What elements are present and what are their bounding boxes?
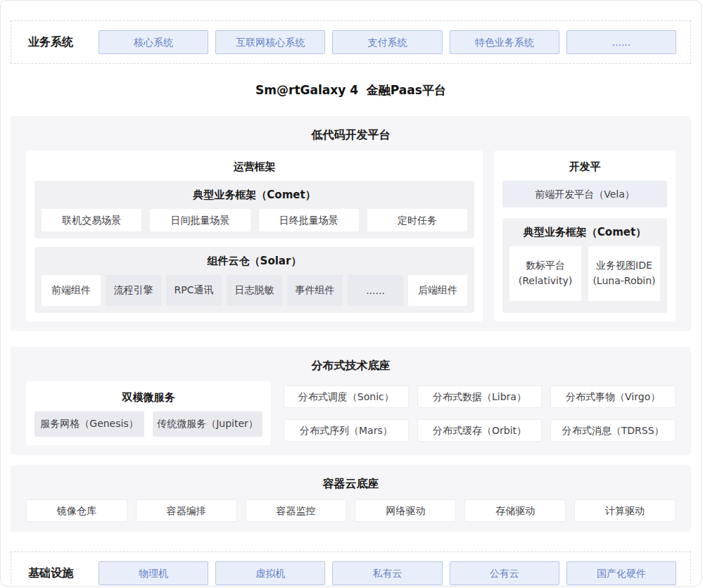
infrastructure-panel: 基础设施 物理机虚拟机私有云公有云国产化硬件 bbox=[11, 551, 691, 587]
distributed-service-item: 分布式缓存（Orbit） bbox=[417, 419, 543, 442]
business-systems-items: 核心系统互联网核心系统支付系统特色业务系统...... bbox=[99, 30, 676, 54]
comet-framework-box: 典型业务框架（Comet） 联机交易场景日间批量场景日终批量场景定时任务 bbox=[34, 181, 474, 238]
solar-items-row: 前端组件 流程引擎RPC通讯日志脱敏事件组件...... 后端组件 bbox=[42, 275, 467, 306]
dev-platform-card: 开发平 前端开发平台（Vela） 典型业务框架（Comet） 数标平台 (Rel… bbox=[494, 151, 676, 321]
container-cloud-items: 镜像仓库容器编排容器监控网络驱动存储驱动计算驱动 bbox=[26, 499, 676, 522]
platform-title: Sm@rtGalaxy 4 金融Paas平台 bbox=[11, 82, 691, 98]
distributed-section: 分布式技术底座 双模微服务 服务网格（Genesis）传统微服务（Jupiter… bbox=[11, 347, 691, 455]
dual-mode-microservices-card: 双模微服务 服务网格（Genesis）传统微服务（Jupiter） bbox=[26, 381, 271, 445]
distributed-service-item: 分布式调度（Sonic） bbox=[284, 385, 409, 408]
operation-framework-title: 运营框架 bbox=[34, 155, 474, 181]
solar-warehouse-title: 组件云仓（Solar） bbox=[42, 250, 467, 275]
business-system-button[interactable]: 特色业务系统 bbox=[450, 30, 559, 54]
vela-frontend-platform-item: 前端开发平台（Vela） bbox=[502, 181, 667, 207]
infrastructure-items: 物理机虚拟机私有云公有云国产化硬件 bbox=[99, 561, 676, 585]
business-systems-panel: 业务系统 核心系统互联网核心系统支付系统特色业务系统...... bbox=[11, 20, 691, 64]
architecture-diagram-page: 业务系统 核心系统互联网核心系统支付系统特色业务系统...... Sm@rtGa… bbox=[0, 0, 702, 587]
dev-tool-item: 数标平台 (Relativity) bbox=[509, 246, 581, 301]
infrastructure-button[interactable]: 私有云 bbox=[332, 561, 442, 585]
business-system-button[interactable]: ...... bbox=[566, 30, 676, 54]
distributed-services-grid: 分布式调度（Sonic）分布式数据（Libra）分布式事物（Virgo）分布式序… bbox=[284, 381, 676, 445]
container-capability-item: 容器编排 bbox=[136, 499, 237, 522]
container-capability-item: 镜像仓库 bbox=[26, 499, 127, 522]
business-systems-label: 业务系统 bbox=[28, 35, 99, 50]
comet-scenario-item: 定时任务 bbox=[367, 209, 467, 231]
infrastructure-button[interactable]: 公有云 bbox=[450, 561, 559, 585]
distributed-service-item: 分布式数据（Libra） bbox=[417, 385, 543, 408]
solar-component-chip: 流程引擎 bbox=[106, 275, 161, 306]
container-capability-item: 容器监控 bbox=[246, 499, 347, 522]
dual-mode-items: 服务网格（Genesis）传统微服务（Jupiter） bbox=[34, 411, 262, 437]
dev-comet-title: 典型业务框架（Comet） bbox=[509, 221, 660, 246]
dev-tool-item: 业务视图IDE (Luna-Robin) bbox=[588, 246, 660, 301]
business-system-button[interactable]: 支付系统 bbox=[332, 30, 442, 54]
distributed-section-title: 分布式技术底座 bbox=[26, 354, 676, 381]
container-cloud-section: 容器云底座 镜像仓库容器编排容器监控网络驱动存储驱动计算驱动 bbox=[11, 465, 691, 532]
dual-mode-title: 双模微服务 bbox=[34, 385, 262, 411]
distributed-service-item: 分布式序列（Mars） bbox=[284, 419, 409, 442]
comet-framework-title: 典型业务框架（Comet） bbox=[42, 184, 467, 209]
dev-comet-items: 数标平台 (Relativity) 业务视图IDE (Luna-Robin) bbox=[509, 246, 660, 301]
frontend-components-item: 前端组件 bbox=[42, 275, 101, 306]
comet-framework-items: 联机交易场景日间批量场景日终批量场景定时任务 bbox=[42, 209, 467, 231]
backend-components-item: 后端组件 bbox=[408, 275, 467, 306]
infrastructure-button[interactable]: 国产化硬件 bbox=[566, 561, 676, 585]
business-system-button[interactable]: 互联网核心系统 bbox=[215, 30, 325, 54]
solar-component-chip: 日志脱敏 bbox=[227, 275, 282, 306]
microservice-chip: 传统微服务（Jupiter） bbox=[153, 411, 262, 437]
business-system-button[interactable]: 核心系统 bbox=[99, 30, 208, 54]
low-code-section-title: 低代码开发平台 bbox=[26, 123, 676, 151]
comet-scenario-item: 联机交易场景 bbox=[42, 209, 141, 231]
comet-scenario-item: 日间批量场景 bbox=[150, 209, 250, 231]
solar-component-chip: ...... bbox=[348, 275, 403, 306]
dev-comet-box: 典型业务框架（Comet） 数标平台 (Relativity) 业务视图IDE … bbox=[502, 218, 667, 313]
comet-scenario-item: 日终批量场景 bbox=[259, 209, 359, 231]
operation-framework-card: 运营框架 典型业务框架（Comet） 联机交易场景日间批量场景日终批量场景定时任… bbox=[26, 151, 483, 321]
distributed-service-item: 分布式事物（Virgo） bbox=[550, 385, 676, 408]
solar-warehouse-box: 组件云仓（Solar） 前端组件 流程引擎RPC通讯日志脱敏事件组件......… bbox=[34, 247, 474, 313]
solar-middle-items: 流程引擎RPC通讯日志脱敏事件组件...... bbox=[106, 275, 403, 306]
solar-component-chip: RPC通讯 bbox=[166, 275, 222, 306]
dev-platform-title: 开发平 bbox=[502, 155, 667, 181]
container-capability-item: 存储驱动 bbox=[464, 499, 566, 522]
infrastructure-button[interactable]: 物理机 bbox=[99, 561, 208, 585]
infrastructure-label: 基础设施 bbox=[28, 566, 99, 581]
container-capability-item: 计算驱动 bbox=[574, 499, 676, 522]
container-cloud-title: 容器云底座 bbox=[26, 472, 676, 499]
microservice-chip: 服务网格（Genesis） bbox=[34, 411, 144, 437]
solar-component-chip: 事件组件 bbox=[287, 275, 343, 306]
low-code-section: 低代码开发平台 运营框架 典型业务框架（Comet） 联机交易场景日间批量场景日… bbox=[11, 116, 691, 331]
container-capability-item: 网络驱动 bbox=[355, 499, 456, 522]
distributed-service-item: 分布式消息（TDRSS） bbox=[550, 419, 676, 442]
infrastructure-button[interactable]: 虚拟机 bbox=[215, 561, 325, 585]
